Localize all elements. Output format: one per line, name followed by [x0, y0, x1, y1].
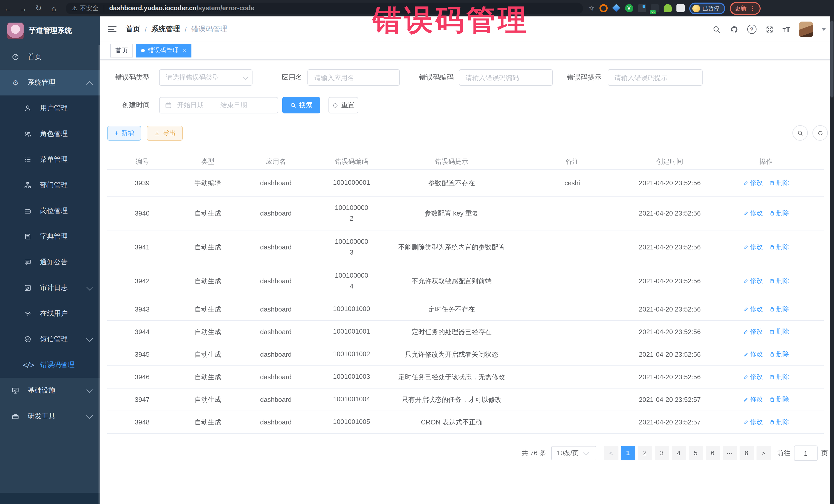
- page-button-3[interactable]: 3: [655, 446, 669, 460]
- sidebar-item-online-users[interactable]: 在线用户: [0, 301, 100, 326]
- edit-link[interactable]: 修改: [743, 305, 763, 313]
- back-icon[interactable]: ←: [0, 4, 15, 13]
- close-icon[interactable]: ×: [183, 47, 186, 53]
- extension-green-icon[interactable]: V: [625, 4, 633, 12]
- forward-icon[interactable]: →: [15, 4, 31, 13]
- page-size-select[interactable]: 10条/页: [551, 446, 596, 460]
- show-search-toggle-button[interactable]: [792, 125, 808, 140]
- error-code-input[interactable]: [459, 70, 552, 85]
- home-icon[interactable]: ⌂: [46, 4, 62, 13]
- search-button[interactable]: 搜索: [282, 97, 320, 113]
- sidebar-item-roles[interactable]: 角色管理: [0, 121, 100, 147]
- page-button-6[interactable]: 6: [705, 446, 720, 460]
- avatar-caret-down-icon[interactable]: [822, 28, 826, 30]
- sidebar-item-departments[interactable]: 部门管理: [0, 172, 100, 198]
- breadcrumb-home[interactable]: 首页: [126, 25, 140, 34]
- sidebar-item-notices[interactable]: 通知公告: [0, 249, 100, 275]
- sidebar-item-dev-tools[interactable]: 研发工具: [0, 403, 100, 429]
- delete-link[interactable]: 删除: [769, 305, 789, 313]
- page-button-8[interactable]: 8: [739, 446, 754, 460]
- edit-link[interactable]: 修改: [743, 395, 763, 404]
- page-button-1[interactable]: 1: [621, 446, 635, 460]
- page-button-2[interactable]: 2: [638, 446, 652, 460]
- date-range-picker[interactable]: 开始日期 - 结束日期: [159, 97, 278, 113]
- extension-grid-icon[interactable]: [638, 4, 646, 12]
- scrollbar-thumb[interactable]: [830, 21, 833, 97]
- browser-menu-kebab-icon[interactable]: ⋮: [750, 6, 755, 11]
- announcement-bubble-icon: [23, 258, 33, 266]
- delete-link[interactable]: 删除: [769, 327, 789, 336]
- delete-link[interactable]: 删除: [769, 277, 789, 285]
- table-row: 3945自动生成dashboard1001001002只允许修改为开启或者关闭状…: [107, 343, 824, 366]
- tab-home[interactable]: 首页: [110, 44, 133, 58]
- hamburger-icon[interactable]: [108, 26, 116, 32]
- chevron-down-icon: [86, 387, 93, 393]
- error-type-select[interactable]: 请选择错误码类型: [159, 69, 253, 86]
- page-button-4[interactable]: 4: [672, 446, 686, 460]
- reload-icon[interactable]: ↻: [31, 4, 46, 13]
- url-host[interactable]: dashboard.yudao.iocoder.cn: [109, 5, 197, 12]
- sidebar-item-label: 字典管理: [40, 232, 68, 241]
- page-button-5[interactable]: 5: [688, 446, 703, 460]
- sidebar-item-infrastructure[interactable]: 基础设施: [0, 378, 100, 403]
- help-question-icon[interactable]: ?: [747, 25, 756, 34]
- reset-button[interactable]: 重置: [328, 97, 358, 113]
- error-hint-input[interactable]: [608, 70, 702, 85]
- app-name-input[interactable]: [308, 70, 399, 85]
- github-icon[interactable]: [729, 25, 738, 34]
- extensions-puzzle-icon[interactable]: [676, 4, 684, 12]
- delete-link[interactable]: 删除: [769, 179, 789, 187]
- delete-link[interactable]: 删除: [769, 373, 789, 381]
- browser-update-button[interactable]: 更新 ⋮: [729, 2, 760, 15]
- window-scrollbar[interactable]: [830, 17, 834, 504]
- sidebar-item-dictionary[interactable]: 字典管理: [0, 224, 100, 249]
- add-button[interactable]: + 新增: [107, 126, 141, 140]
- edit-link[interactable]: 修改: [743, 243, 763, 251]
- sidebar-item-error-code[interactable]: </> 错误码管理: [0, 352, 100, 378]
- app-title: 芋道管理系统: [29, 26, 72, 36]
- sidebar-item-users[interactable]: 用户管理: [0, 95, 100, 121]
- extension-orange-icon[interactable]: [599, 4, 608, 12]
- edit-link[interactable]: 修改: [743, 277, 763, 285]
- sidebar-item-audit-log[interactable]: 审计日志: [0, 275, 100, 301]
- refresh-icon: [817, 130, 824, 136]
- sidebar-item-system[interactable]: ⚙ 系统管理: [0, 70, 100, 95]
- profile-paused-badge[interactable]: 已暂停: [689, 2, 725, 14]
- sidebar-item-sms[interactable]: 短信管理: [0, 326, 100, 352]
- breadcrumb-current: 错误码管理: [192, 25, 227, 34]
- paused-label: 已暂停: [702, 4, 719, 12]
- breadcrumb-system[interactable]: 系统管理: [151, 25, 180, 34]
- delete-link[interactable]: 删除: [769, 418, 789, 426]
- more-pages-button[interactable]: ···: [722, 446, 737, 460]
- goto-page-input[interactable]: [794, 445, 817, 461]
- delete-link[interactable]: 删除: [769, 395, 789, 404]
- prev-page-button[interactable]: <: [604, 446, 618, 460]
- bookmark-star-icon[interactable]: ☆: [588, 4, 595, 12]
- user-avatar[interactable]: [799, 22, 813, 37]
- logo-avatar-image: [7, 23, 24, 39]
- edit-link[interactable]: 修改: [743, 373, 763, 381]
- refresh-button[interactable]: [812, 125, 828, 140]
- next-page-button[interactable]: >: [756, 446, 771, 460]
- edit-link[interactable]: 修改: [743, 179, 763, 187]
- edit-link[interactable]: 修改: [743, 350, 763, 359]
- extension-gem-icon[interactable]: [612, 4, 620, 12]
- font-size-icon[interactable]: TT: [783, 25, 790, 33]
- edit-link[interactable]: 修改: [743, 209, 763, 218]
- sidebar-item-home[interactable]: 首页: [0, 44, 100, 70]
- fullscreen-icon[interactable]: [765, 25, 774, 34]
- delete-link[interactable]: 删除: [769, 209, 789, 218]
- extension-list-icon[interactable]: on: [651, 4, 659, 12]
- edit-link[interactable]: 修改: [743, 418, 763, 426]
- header-search-icon[interactable]: [712, 25, 721, 34]
- tab-error-code[interactable]: 错误码管理 ×: [136, 44, 192, 58]
- sidebar-item-menus[interactable]: 菜单管理: [0, 147, 100, 172]
- app-logo[interactable]: 芋道管理系统: [0, 17, 100, 44]
- extension-key-icon[interactable]: [663, 4, 672, 12]
- delete-link[interactable]: 删除: [769, 350, 789, 359]
- edit-link[interactable]: 修改: [743, 327, 763, 336]
- sidebar-item-posts[interactable]: 岗位管理: [0, 198, 100, 224]
- export-button[interactable]: 导出: [147, 126, 183, 140]
- not-secure-label[interactable]: 不安全: [80, 4, 98, 13]
- delete-link[interactable]: 删除: [769, 243, 789, 251]
